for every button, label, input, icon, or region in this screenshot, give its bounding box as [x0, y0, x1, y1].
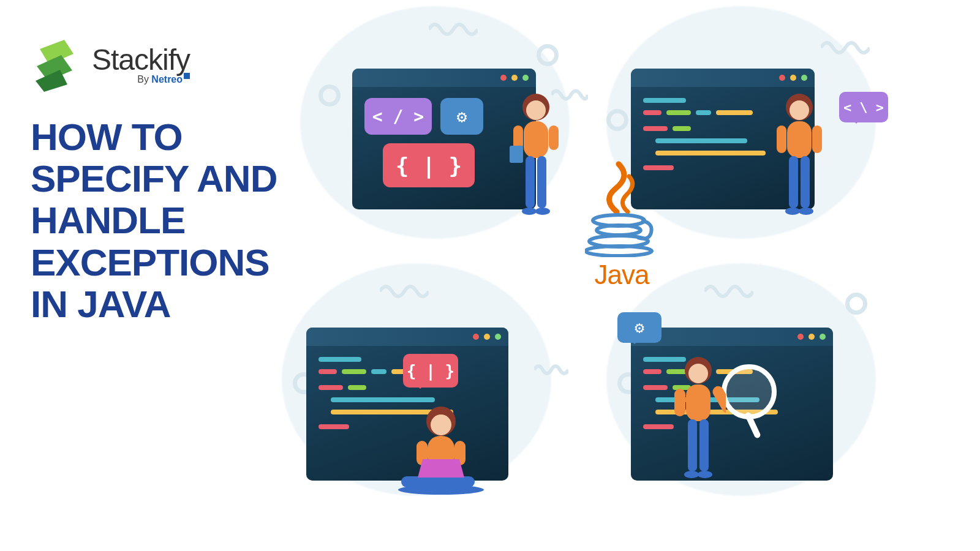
netreo-accent-icon: [184, 73, 190, 79]
window-dot-red: [473, 334, 479, 340]
svg-rect-32: [686, 384, 710, 421]
speech-bubble-braces: { | }: [403, 354, 458, 388]
svg-rect-17: [812, 126, 822, 153]
gear-badge: ⚙: [440, 98, 483, 135]
decoration-squiggle: [429, 18, 478, 37]
window-dot-red: [779, 75, 785, 81]
svg-point-11: [535, 208, 550, 215]
java-cup-icon: [585, 159, 658, 257]
stackify-logo-icon: [31, 37, 80, 92]
brand-name: Stackify: [92, 43, 190, 77]
svg-point-37: [684, 471, 699, 478]
svg-point-25: [431, 414, 451, 435]
window-dot-green: [820, 334, 826, 340]
java-label: Java: [573, 260, 671, 290]
svg-rect-9: [537, 156, 546, 208]
window-dot-green: [801, 75, 807, 81]
svg-rect-33: [674, 389, 685, 416]
java-logo: Java: [573, 159, 671, 290]
panel-header: [631, 69, 815, 87]
logo-block: Stackify By Netreo: [31, 37, 288, 92]
svg-rect-34: [710, 384, 726, 416]
svg-rect-5: [524, 121, 548, 158]
brand-byline: By Netreo: [92, 73, 190, 85]
svg-rect-7: [549, 126, 559, 150]
svg-rect-18: [789, 156, 798, 208]
decoration-circle: [845, 293, 867, 315]
window-dot-yellow: [790, 75, 796, 81]
decoration-circle: [606, 109, 628, 131]
window-dot-red: [797, 334, 804, 340]
decoration-squiggle: [534, 361, 568, 380]
window-dot-yellow: [511, 75, 518, 81]
svg-point-42: [586, 246, 652, 256]
svg-rect-15: [787, 121, 812, 158]
svg-point-40: [597, 225, 641, 235]
window-dot-yellow: [809, 334, 815, 340]
svg-rect-19: [801, 156, 810, 208]
svg-point-20: [785, 208, 800, 215]
decoration-circle: [537, 44, 559, 66]
panel-header: [306, 328, 508, 346]
svg-point-10: [522, 208, 537, 215]
code-tag-badge: < / >: [364, 98, 432, 135]
page-title: HOW TO SPECIFY AND HANDLE EXCEPTIONS IN …: [31, 116, 288, 325]
svg-rect-35: [688, 419, 697, 471]
decoration-squiggle: [821, 37, 870, 55]
byline-prefix: By: [137, 75, 151, 85]
byline-company: Netreo: [151, 75, 183, 85]
svg-point-14: [790, 100, 809, 120]
panel-header: [352, 69, 536, 87]
svg-point-21: [799, 208, 813, 215]
person-illustration: [772, 92, 827, 220]
svg-point-38: [698, 471, 712, 478]
decoration-squiggle: [704, 280, 753, 299]
speech-bubble-gear: ⚙: [617, 312, 662, 343]
window-dot-yellow: [484, 334, 490, 340]
person-illustration: [671, 355, 726, 484]
svg-point-31: [688, 364, 708, 383]
svg-rect-8: [526, 156, 535, 208]
decoration-circle: [318, 84, 341, 107]
svg-rect-12: [510, 146, 523, 163]
window-dot-red: [500, 75, 507, 81]
person-illustration: [508, 92, 564, 220]
person-illustration: [398, 404, 496, 496]
window-dot-green: [522, 75, 529, 81]
svg-rect-16: [777, 126, 786, 153]
svg-point-4: [526, 100, 546, 120]
braces-badge: { | }: [383, 143, 475, 187]
svg-rect-36: [699, 419, 709, 471]
svg-marker-29: [418, 459, 464, 478]
decoration-squiggle: [380, 280, 429, 299]
speech-bubble-code: < \ >: [839, 92, 888, 122]
window-dot-green: [495, 334, 501, 340]
magnifier-icon: [722, 364, 777, 419]
svg-rect-23: [401, 476, 475, 487]
